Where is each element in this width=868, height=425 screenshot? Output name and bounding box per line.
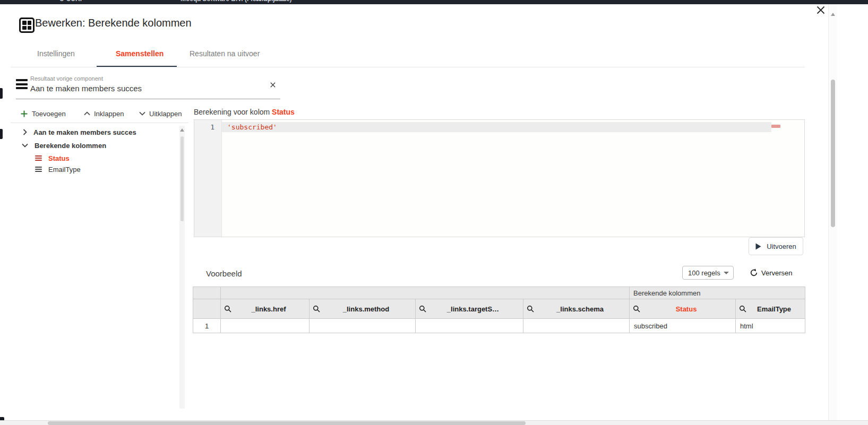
editor-gutter: 1: [194, 120, 222, 237]
tab-instellingen[interactable]: Instellingen: [37, 49, 75, 58]
cell-status: subscribed: [630, 319, 736, 333]
scrollbar-thumb[interactable]: [48, 421, 526, 425]
chevron-right-icon: [23, 129, 27, 135]
code-line[interactable]: 'subscribed': [227, 123, 277, 131]
column-header-links-href[interactable]: _links.href: [221, 299, 310, 319]
group-header-empty: [221, 287, 630, 299]
refresh-button[interactable]: Verversen: [750, 267, 793, 278]
chevron-up-icon: [84, 111, 90, 116]
column-icon: [35, 155, 42, 161]
cell-emailtype: html: [736, 319, 805, 333]
chevron-down-icon: [22, 143, 28, 148]
scrollbar-thumb[interactable]: [831, 80, 835, 227]
dialog-grid-icon: [19, 18, 35, 33]
table-corner-cell: [193, 287, 221, 299]
rows-count-value: 100 regels: [688, 269, 724, 277]
table-row[interactable]: 1 subscribed html: [193, 319, 805, 333]
search-icon[interactable]: [527, 305, 534, 313]
preview-heading: Voorbeeld: [206, 269, 242, 278]
scrollbar-thumb[interactable]: [181, 136, 184, 221]
rows-count-select[interactable]: 100 regels: [682, 266, 734, 280]
cell-links-schema: [523, 319, 630, 333]
cell-links-method: [310, 319, 416, 333]
column-header-label: _links.href: [231, 305, 306, 313]
caret-down-icon: [724, 272, 729, 274]
column-header-links-schema[interactable]: _links.schema: [523, 299, 630, 319]
tree-item-status[interactable]: Status: [35, 153, 70, 163]
column-header-links-targetschema[interactable]: _links.targetS…: [416, 299, 523, 319]
tree-item-emailtype[interactable]: EmailType: [35, 164, 81, 175]
column-header-label: _links.schema: [534, 305, 626, 313]
close-icon[interactable]: [814, 3, 828, 17]
horizontal-scrollbar[interactable]: [0, 420, 868, 425]
drag-handle-icon[interactable]: [16, 79, 28, 89]
scroll-up-icon[interactable]: [831, 13, 835, 16]
search-icon[interactable]: [224, 305, 231, 313]
background-topbar: U-UURP Moeqa Software B.V. (Flow-de-juis…: [0, 0, 868, 4]
preview-table: Berekende kolommen _links.href _links.me…: [193, 287, 805, 333]
expand-button-label: Uitklappen: [149, 110, 182, 118]
source-field-value[interactable]: Aan te maken members succes: [30, 84, 142, 93]
add-button[interactable]: Toevoegen: [20, 108, 66, 119]
tree-item-label: Status: [48, 154, 70, 162]
editor-heading: Berekening voor kolom Status: [194, 108, 295, 116]
scroll-up-icon[interactable]: [180, 128, 184, 132]
editor-heading-prefix: Berekening voor kolom: [194, 108, 272, 116]
search-icon[interactable]: [419, 305, 426, 313]
row-number-cell: 1: [193, 319, 221, 333]
cell-links-targetschema: [416, 319, 523, 333]
dialog-scrollbar[interactable]: [828, 4, 837, 420]
annotation-marker: [771, 125, 780, 128]
tree-item-label: EmailType: [48, 166, 81, 174]
active-line-highlight: [222, 122, 771, 132]
column-header-label: Status: [640, 305, 732, 313]
column-header-status[interactable]: Status: [630, 299, 736, 319]
tab-samenstellen[interactable]: Samenstellen: [116, 49, 164, 58]
tabs-divider: [11, 67, 805, 67]
column-header-emailtype[interactable]: EmailType: [736, 299, 805, 319]
run-button[interactable]: Uitvoeren: [749, 237, 803, 255]
code-editor[interactable]: 1 'subscribed': [194, 119, 805, 237]
row-number-header: [193, 299, 221, 319]
background-text-fragment: U-UURP: [59, 0, 84, 3]
column-header-label: _links.method: [320, 305, 412, 313]
column-header-links-method[interactable]: _links.method: [310, 299, 416, 319]
tree-scrollbar[interactable]: [179, 126, 185, 409]
column-icon: [35, 167, 42, 172]
tab-resultaten-na-uitvoer[interactable]: Resultaten na uitvoer: [190, 49, 260, 58]
search-icon[interactable]: [739, 305, 746, 313]
background-text-fragment: Templates: [255, 0, 286, 3]
tree-item-berekende-kolommen[interactable]: Berekende kolommen: [22, 140, 106, 151]
source-field-label: Resultaat vorige component: [30, 75, 103, 82]
column-header-label: _links.targetS…: [426, 305, 520, 313]
tree-item-aan-te-maken-members-succes[interactable]: Aan te maken members succes: [23, 127, 136, 137]
background-fragment: [0, 88, 3, 99]
tree-item-label: Aan te maken members succes: [33, 128, 136, 136]
toolbar-divider: [11, 123, 188, 123]
search-icon[interactable]: [313, 305, 320, 313]
chevron-down-icon: [139, 111, 145, 116]
refresh-label: Verversen: [761, 269, 793, 277]
plus-icon: [20, 110, 28, 118]
clear-field-icon[interactable]: [268, 80, 278, 90]
search-icon[interactable]: [633, 305, 640, 313]
tree-item-label: Berekende kolommen: [35, 142, 106, 150]
collapse-button-label: Inklappen: [94, 110, 124, 118]
group-header-berekende-kolommen: Berekende kolommen: [630, 287, 805, 299]
cell-links-href: [221, 319, 310, 333]
collapse-all-button[interactable]: Inklappen: [84, 108, 124, 119]
background-fragment: [0, 129, 3, 139]
line-number: 1: [210, 123, 214, 131]
expand-all-button[interactable]: Uitklappen: [139, 108, 182, 119]
source-field-underline: [16, 99, 280, 99]
screen: U-UURP Moeqa Software B.V. (Flow-de-juis…: [0, 0, 868, 425]
play-icon: [755, 243, 761, 250]
column-header-label: EmailType: [746, 305, 802, 313]
refresh-icon: [750, 268, 758, 277]
add-button-label: Toevoegen: [32, 110, 66, 118]
run-button-label: Uitvoeren: [767, 242, 796, 250]
editor-heading-column: Status: [272, 108, 295, 116]
dialog-title: Bewerken: Berekende kolommen: [35, 17, 192, 29]
